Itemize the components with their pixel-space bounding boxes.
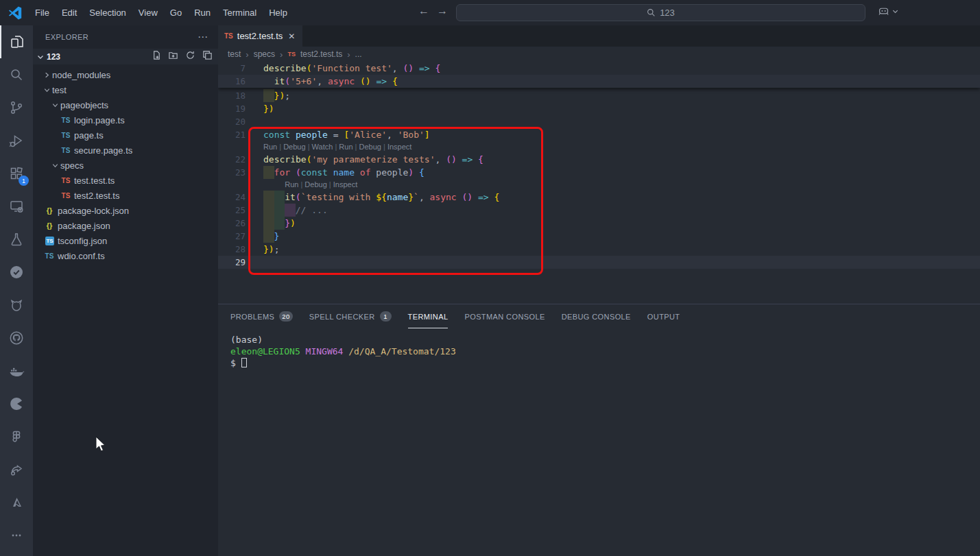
activity-item-explorer[interactable] — [0, 25, 33, 58]
ts-file-icon: TS — [287, 51, 296, 58]
terminal-text: (base) — [230, 335, 263, 345]
new-file-button[interactable] — [151, 50, 161, 63]
code-line-18[interactable]: 18}); — [218, 89, 980, 102]
menu-edit[interactable]: Edit — [56, 4, 83, 21]
activity-item-fox[interactable] — [0, 289, 33, 322]
activity-item-search[interactable] — [0, 58, 33, 91]
copilot-icon — [878, 5, 889, 17]
tree-item-label: tsconfig.json — [58, 236, 107, 246]
file-type-icon: TS — [44, 252, 55, 260]
file-tree: node_modulestestpageobjectsTSlogin.page.… — [33, 67, 218, 263]
sticky-scroll[interactable]: 7describe('Function test', () => {16 it(… — [218, 62, 980, 88]
terminal-content[interactable]: (base)eleon@LEGION5 MINGW64 /d/QA_A/Test… — [218, 328, 980, 369]
activity-item-extensions[interactable]: 1 — [0, 157, 33, 190]
panel-tab-output[interactable]: OUTPUT — [647, 304, 680, 328]
tree-item-label: test2.test.ts — [74, 191, 119, 201]
menu-file[interactable]: File — [29, 4, 56, 21]
code-token: () — [403, 63, 414, 73]
explorer-more-actions-button[interactable]: ⋯ — [198, 31, 208, 43]
code-token: { — [392, 76, 398, 86]
chevron-down-icon — [49, 101, 60, 110]
code-line-7[interactable]: 7describe('Function test', () => { — [218, 62, 980, 75]
activity-item-share[interactable] — [0, 453, 33, 486]
source-control-icon — [8, 99, 25, 116]
tree-item-pageobjects[interactable]: pageobjects — [33, 97, 218, 112]
extensions-badge: 1 — [19, 176, 29, 186]
panel-tab-terminal[interactable]: TERMINAL — [408, 304, 449, 328]
menu-help[interactable]: Help — [263, 4, 294, 21]
tree-item-specs[interactable]: specs — [33, 158, 218, 173]
activity-item-check-circle[interactable] — [0, 256, 33, 289]
copilot-button[interactable] — [878, 5, 899, 17]
breadcrumb-separator-icon: › — [347, 49, 350, 60]
activity-item-more[interactable] — [0, 519, 33, 552]
tree-item-test-test-ts[interactable]: TStest.test.ts — [33, 173, 218, 188]
line-number: 25 — [218, 204, 246, 217]
nav-back-button[interactable]: ← — [416, 5, 432, 17]
collapse-all-button[interactable] — [202, 50, 213, 63]
activity-item-docker[interactable] — [0, 354, 33, 387]
breadcrumb-item-specs[interactable]: specs — [254, 49, 275, 59]
code-line-19[interactable]: 19}) — [218, 102, 980, 115]
code-token — [387, 76, 392, 86]
tree-item-secure-page-ts[interactable]: TSsecure.page.ts — [33, 143, 218, 158]
code-line-16[interactable]: 16 it('5+6', async () => { — [218, 75, 980, 88]
menu-run[interactable]: Run — [188, 4, 217, 21]
tree-item-wdio-conf-ts[interactable]: TSwdio.conf.ts — [33, 248, 218, 263]
remote-explorer-icon — [8, 198, 25, 215]
tree-item-package-json[interactable]: {}package.json — [33, 218, 218, 233]
code-token: it — [274, 76, 285, 86]
tree-item-label: package-lock.json — [58, 206, 129, 216]
panel-tab-debug-console[interactable]: DEBUG CONSOLE — [562, 304, 631, 328]
activity-item-remote-explorer[interactable] — [0, 190, 33, 223]
menu-go[interactable]: Go — [164, 4, 188, 21]
panel-tab-label: OUTPUT — [647, 313, 680, 321]
breadcrumb-item-test2-test-ts[interactable]: test2.test.ts — [300, 49, 342, 59]
tab-test2-test-ts[interactable]: TS test2.test.ts ✕ — [218, 25, 302, 47]
azure-icon — [8, 494, 25, 511]
collapse-all-icon — [202, 50, 213, 60]
breadcrumb-item--[interactable]: ... — [355, 49, 362, 59]
tree-item-login-page-ts[interactable]: TSlogin.page.ts — [33, 112, 218, 128]
nav-forward-button[interactable]: → — [434, 5, 451, 17]
panel-tab-problems[interactable]: PROBLEMS20 — [230, 304, 293, 328]
activity-item-github[interactable] — [0, 322, 33, 354]
command-center-search[interactable]: 123 — [456, 4, 865, 21]
activity-item-azure[interactable] — [0, 486, 33, 519]
tree-item-test2-test-ts[interactable]: TStest2.test.ts — [33, 188, 218, 203]
panel-tab-bar: PROBLEMS20SPELL CHECKER1TERMINALPOSTMAN … — [218, 304, 980, 328]
breadcrumb-separator-icon: › — [246, 49, 248, 60]
tab-close-icon[interactable]: ✕ — [288, 32, 295, 41]
workspace-section-header[interactable]: 123 — [33, 49, 218, 64]
breadcrumb-item-test[interactable]: test — [228, 49, 241, 59]
tree-item-page-ts[interactable]: TSpage.ts — [33, 128, 218, 143]
code-editor[interactable]: 7describe('Function test', () => {16 it(… — [218, 62, 980, 304]
activity-item-testing[interactable] — [0, 223, 33, 256]
activity-item-pacman[interactable] — [0, 387, 33, 420]
line-number: 16 — [218, 75, 246, 88]
menu-view[interactable]: View — [132, 4, 164, 21]
menu-selection[interactable]: Selection — [83, 4, 132, 21]
menu-terminal[interactable]: Terminal — [217, 4, 263, 21]
activity-item-run-debug[interactable] — [0, 124, 33, 157]
panel-tab-postman-console[interactable]: POSTMAN CONSOLE — [464, 304, 545, 328]
code-token: '5+6' — [290, 76, 317, 86]
line-number: 21 — [218, 128, 246, 141]
editor-group: TS test2.test.ts ✕ test›specs›TStest2.te… — [218, 25, 980, 556]
workspace-name: 123 — [47, 52, 60, 62]
new-folder-button[interactable] — [168, 50, 178, 63]
activity-item-source-control[interactable] — [0, 91, 33, 124]
code-token — [414, 63, 419, 73]
refresh-button[interactable] — [185, 50, 195, 63]
tree-item-package-lock-json[interactable]: {}package-lock.json — [33, 203, 218, 218]
breadcrumb[interactable]: test›specs›TStest2.test.ts›... — [218, 47, 980, 62]
tree-item-test[interactable]: test — [33, 82, 218, 97]
tree-item-tsconfig-json[interactable]: TStsconfig.json — [33, 233, 218, 248]
line-number: 27 — [218, 230, 246, 243]
tree-item-node-modules[interactable]: node_modules — [33, 67, 218, 82]
line-number: 20 — [218, 115, 246, 128]
panel-tab-spell-checker[interactable]: SPELL CHECKER1 — [309, 304, 392, 328]
code-token: }) — [274, 90, 285, 101]
terminal-line: (base) — [230, 334, 980, 346]
activity-item-figma[interactable] — [0, 420, 33, 453]
